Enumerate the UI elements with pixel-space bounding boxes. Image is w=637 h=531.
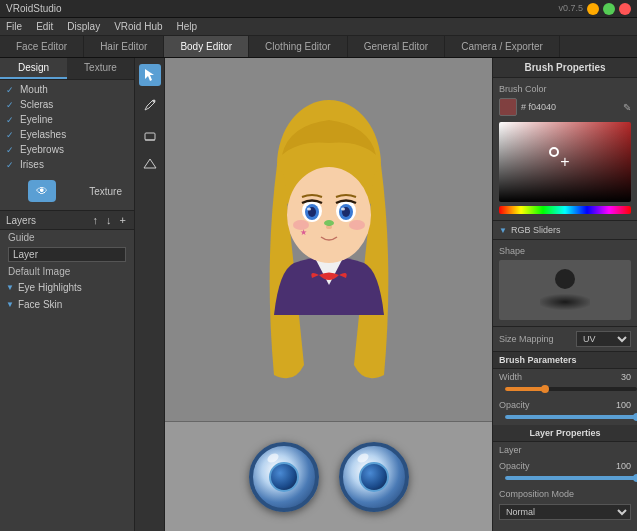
check-icon-eyeline: ✓ <box>6 115 16 125</box>
layer-item-eyeline[interactable]: ✓ Eyeline <box>0 112 134 127</box>
rgb-toggle-arrow-icon: ▼ <box>499 226 507 235</box>
menu-display[interactable]: Display <box>67 21 100 32</box>
comp-mode-row: Composition Mode <box>493 486 637 502</box>
color-swatch[interactable] <box>499 98 517 116</box>
menu-bar: File Edit Display VRoid Hub Help <box>0 18 637 36</box>
layers-header: Layers ↑ ↓ + <box>0 210 134 230</box>
svg-point-7 <box>287 167 371 263</box>
check-icon-scleras: ✓ <box>6 100 16 110</box>
comp-mode-select[interactable]: Normal Multiply Screen Overlay <box>499 504 631 520</box>
svg-marker-0 <box>145 69 154 81</box>
layers-title: Layers <box>6 215 87 226</box>
check-icon-eyebrows: ✓ <box>6 145 16 155</box>
menu-file[interactable]: File <box>6 21 22 32</box>
brush-preview <box>540 293 590 311</box>
layer-row: Layer <box>493 442 637 458</box>
check-icon-irises: ✓ <box>6 160 16 170</box>
opacity-value: 100 <box>606 400 631 410</box>
size-mapping-label: Size Mapping <box>499 334 572 344</box>
layer-sub-guide[interactable]: Guide <box>0 230 134 245</box>
layer-item-eyebrows[interactable]: ✓ Eyebrows <box>0 142 134 157</box>
width-slider-fill <box>505 387 545 391</box>
rgb-sliders-toggle[interactable]: ▼ RGB Sliders <box>493 221 637 240</box>
layer-item-eyelashes[interactable]: ✓ Eyelashes <box>0 127 134 142</box>
tool-pen-button[interactable] <box>139 94 161 116</box>
width-slider-track[interactable] <box>505 387 637 391</box>
menu-vroid-hub[interactable]: VRoid Hub <box>114 21 162 32</box>
svg-point-18 <box>349 220 365 230</box>
opacity-label: Opacity <box>499 400 602 410</box>
tab-body-editor[interactable]: Body Editor <box>164 36 249 57</box>
app-title: VRoidStudio <box>6 3 62 14</box>
canvas-top[interactable]: ★ <box>165 58 492 421</box>
svg-marker-4 <box>144 159 156 168</box>
opacity-row: Opacity 100 <box>493 397 637 413</box>
layer-opacity-row: Opacity 100 <box>493 458 637 474</box>
width-value: 30 <box>606 372 631 382</box>
brush-params-header: Brush Parameters <box>493 352 637 369</box>
layer-opacity-slider-handle[interactable] <box>633 474 637 482</box>
tool-eraser-button[interactable] <box>139 124 161 146</box>
width-slider-handle[interactable] <box>541 385 549 393</box>
hue-bar[interactable] <box>499 206 631 214</box>
minimize-button[interactable] <box>587 3 599 15</box>
tool-select-button[interactable] <box>139 64 161 86</box>
tab-camera-exporter[interactable]: Camera / Exporter <box>445 36 560 57</box>
shape-label: Shape <box>499 246 631 256</box>
rgb-sliders-label: RGB Sliders <box>511 225 561 235</box>
color-hex-value: # f04040 <box>521 102 619 112</box>
color-picker-cursor <box>549 147 559 157</box>
close-button[interactable] <box>619 3 631 15</box>
shape-section: Shape <box>493 240 637 327</box>
version-label: v0.7.5 <box>558 3 583 15</box>
texture-label: Texture <box>83 182 128 201</box>
layers-add-button[interactable]: + <box>118 214 128 226</box>
expand-face-skin[interactable]: ▼ Face Skin <box>0 296 134 313</box>
svg-point-15 <box>341 207 345 210</box>
layer-item-irises[interactable]: ✓ Irises <box>0 157 134 172</box>
tab-face-editor[interactable]: Face Editor <box>0 36 84 57</box>
layer-opacity-label: Opacity <box>499 461 602 471</box>
layer-name-input[interactable] <box>8 247 126 262</box>
eye-sphere-right <box>339 442 409 512</box>
tab-design[interactable]: Design <box>0 58 67 79</box>
eye-sphere-left <box>249 442 319 512</box>
opacity-slider-track[interactable] <box>505 415 637 419</box>
size-mapping-select[interactable]: UV Screen <box>576 331 631 347</box>
layer-opacity-slider-track[interactable] <box>505 476 637 480</box>
width-label: Width <box>499 372 602 382</box>
left-panel: Design Texture ✓ Mouth ✓ Scleras ✓ Eyeli… <box>0 58 135 531</box>
tab-bar: Face Editor Hair Editor Body Editor Clot… <box>0 36 637 58</box>
expand-arrow-icon-2: ▼ <box>6 300 14 309</box>
opacity-slider-handle[interactable] <box>633 413 637 421</box>
menu-help[interactable]: Help <box>177 21 198 32</box>
edit-color-icon[interactable]: ✎ <box>623 102 631 113</box>
canvas-bottom <box>165 421 492 531</box>
color-picker-box[interactable]: + <box>499 122 631 202</box>
check-icon-mouth: ✓ <box>6 85 16 95</box>
svg-point-20 <box>324 220 334 226</box>
brush-color-label: Brush Color <box>499 84 631 94</box>
eye-sphere-inner-right <box>359 462 389 492</box>
expand-eye-highlights[interactable]: ▼ Eye Highlights <box>0 279 134 296</box>
canvas-area: ★ <box>165 58 492 531</box>
tool-fill-button[interactable] <box>139 154 161 176</box>
menu-edit[interactable]: Edit <box>36 21 53 32</box>
layer-item-scleras[interactable]: ✓ Scleras <box>0 97 134 112</box>
layer-item-mouth[interactable]: ✓ Mouth <box>0 82 134 97</box>
brush-color-section: Brush Color # f04040 ✎ + <box>493 78 637 221</box>
width-row: Width 30 <box>493 369 637 385</box>
layers-down-button[interactable]: ↓ <box>104 214 114 226</box>
tab-texture[interactable]: Texture <box>67 58 134 79</box>
layers-up-button[interactable]: ↑ <box>91 214 101 226</box>
tab-hair-editor[interactable]: Hair Editor <box>84 36 164 57</box>
tab-clothing-editor[interactable]: Clothing Editor <box>249 36 348 57</box>
layer-label: Layer <box>499 445 631 455</box>
layer-opacity-value: 100 <box>606 461 631 471</box>
layer-sub-default-image[interactable]: Default Image <box>0 264 134 279</box>
shape-preview <box>499 260 631 320</box>
maximize-button[interactable] <box>603 3 615 15</box>
opacity-slider-fill <box>505 415 637 419</box>
tab-general-editor[interactable]: General Editor <box>348 36 445 57</box>
comp-mode-label: Composition Mode <box>499 489 631 499</box>
